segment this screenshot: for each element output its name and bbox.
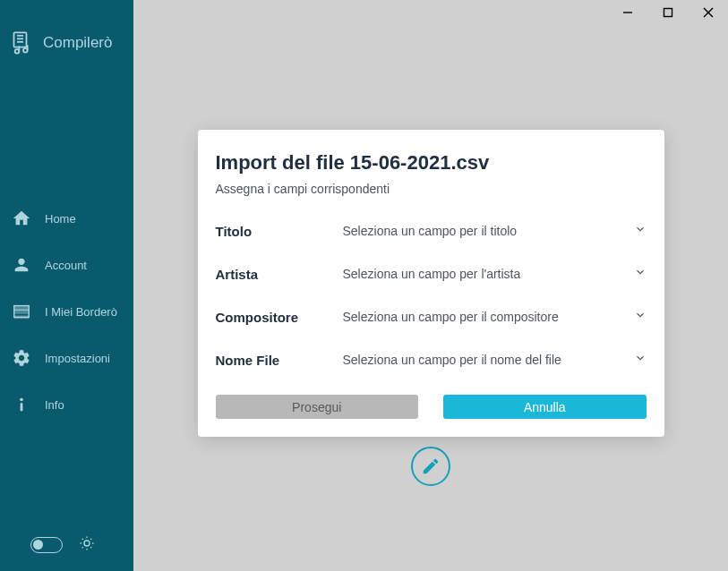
svg-point-10: [20, 398, 23, 402]
sidebar-item-home[interactable]: Home: [0, 195, 133, 242]
field-label: Artista: [216, 267, 343, 282]
toggle-knob: [33, 540, 43, 550]
sidebar-footer: [0, 521, 133, 571]
filename-select[interactable]: Seleziona un campo per il nome del file: [343, 352, 647, 368]
chevron-down-icon: [634, 223, 647, 239]
home-icon: [11, 208, 32, 229]
sidebar-item-info[interactable]: Info: [0, 381, 133, 428]
theme-toggle[interactable]: [30, 537, 63, 553]
chevron-down-icon: [634, 309, 647, 325]
svg-point-12: [84, 541, 90, 546]
field-label: Titolo: [216, 224, 343, 239]
sidebar-item-settings[interactable]: Impostazioni: [0, 335, 133, 381]
chevron-down-icon: [634, 266, 647, 282]
select-placeholder: Seleziona un campo per il titolo: [343, 224, 518, 238]
sidebar-item-label: Account: [45, 259, 87, 272]
app-name: Compilerò: [43, 34, 112, 52]
sidebar: Compilerò Home Account I Miei Borderò Im…: [0, 0, 133, 571]
brightness-icon: [79, 535, 95, 555]
cancel-button[interactable]: Annulla: [443, 395, 647, 419]
sidebar-item-label: I Miei Borderò: [45, 305, 117, 319]
field-row-artist: Artista Seleziona un campo per l'artista: [216, 266, 647, 282]
sidebar-item-account[interactable]: Account: [0, 242, 133, 288]
svg-line-20: [90, 539, 91, 540]
sidebar-item-bordero[interactable]: I Miei Borderò: [0, 288, 133, 335]
logo-icon: [11, 30, 36, 55]
app-logo: Compilerò: [0, 0, 133, 73]
gear-icon: [11, 347, 32, 369]
field-row-composer: Compositore Seleziona un campo per il co…: [216, 309, 647, 325]
svg-rect-0: [14, 32, 27, 47]
sidebar-item-label: Home: [45, 212, 76, 226]
artist-select[interactable]: Seleziona un campo per l'artista: [343, 266, 647, 282]
field-row-title: Titolo Seleziona un campo per il titolo: [216, 223, 647, 239]
select-placeholder: Seleziona un campo per il compositore: [343, 310, 559, 324]
proceed-button[interactable]: Prosegui: [216, 395, 419, 419]
modal-title: Import del file 15-06-2021.csv: [216, 151, 647, 175]
field-row-filename: Nome File Seleziona un campo per il nome…: [216, 352, 647, 368]
select-placeholder: Seleziona un campo per l'artista: [343, 267, 521, 281]
svg-rect-11: [21, 403, 23, 411]
svg-line-16: [90, 547, 91, 548]
chevron-down-icon: [634, 352, 647, 368]
list-icon: [11, 301, 32, 322]
account-icon: [11, 254, 32, 276]
select-placeholder: Seleziona un campo per il nome del file: [343, 353, 561, 367]
modal-overlay: Import del file 15-06-2021.csv Assegna i…: [133, 0, 728, 571]
svg-line-19: [82, 547, 83, 548]
modal-buttons: Prosegui Annulla: [216, 395, 647, 419]
import-modal: Import del file 15-06-2021.csv Assegna i…: [198, 130, 664, 437]
sidebar-item-label: Info: [45, 398, 64, 412]
svg-line-15: [82, 539, 83, 540]
composer-select[interactable]: Seleziona un campo per il compositore: [343, 309, 647, 325]
field-label: Compositore: [216, 310, 343, 325]
field-label: Nome File: [216, 353, 343, 368]
main-area: Import del file 15-06-2021.csv Assegna i…: [133, 0, 728, 571]
sidebar-nav: Home Account I Miei Borderò Impostazioni…: [0, 195, 133, 428]
title-select[interactable]: Seleziona un campo per il titolo: [343, 223, 647, 239]
sidebar-item-label: Impostazioni: [45, 352, 110, 365]
info-icon: [11, 394, 32, 415]
modal-subtitle: Assegna i campi corrispondenti: [216, 182, 647, 196]
